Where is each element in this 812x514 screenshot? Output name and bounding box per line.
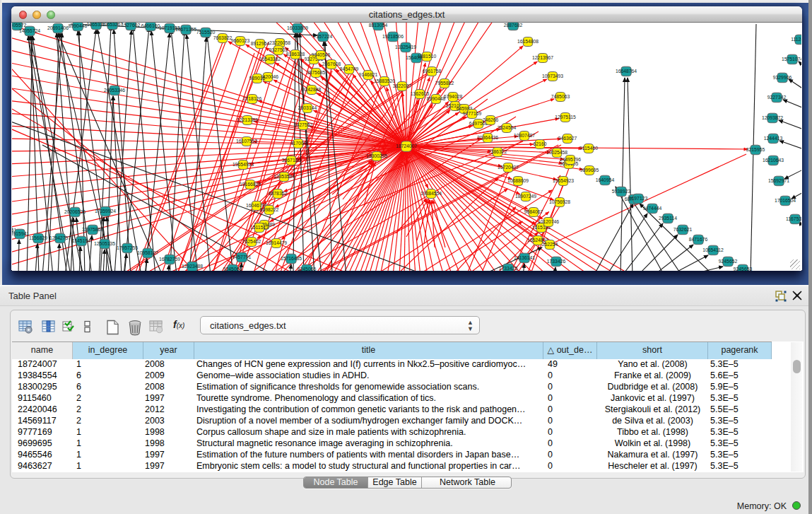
svg-text:19166829: 19166829 [240, 182, 261, 187]
svg-text:8427552: 8427552 [294, 122, 313, 127]
svg-text:8813054: 8813054 [369, 23, 388, 28]
svg-text:10973493: 10973493 [542, 74, 563, 78]
svg-text:16543382: 16543382 [259, 57, 281, 62]
svg-text:2718126: 2718126 [243, 96, 262, 101]
svg-text:989016: 989016 [249, 76, 266, 81]
svg-text:33975867: 33975867 [82, 227, 103, 232]
svg-text:15883520: 15883520 [374, 78, 395, 83]
svg-text:252254: 252254 [542, 242, 558, 247]
svg-text:9899695: 9899695 [580, 168, 599, 173]
svg-text:10688609: 10688609 [507, 178, 529, 183]
svg-text:16914479: 16914479 [266, 240, 287, 245]
svg-text:2935114: 2935114 [659, 216, 677, 221]
svg-text:9245652: 9245652 [719, 259, 738, 264]
svg-text:15751074: 15751074 [782, 57, 801, 62]
svg-text:14136141: 14136141 [514, 255, 535, 260]
svg-text:17359924: 17359924 [95, 209, 116, 214]
svg-text:20206536: 20206536 [64, 209, 86, 214]
svg-text:9777169: 9777169 [463, 111, 482, 116]
svg-text:6466160: 6466160 [141, 23, 160, 28]
svg-text:9227342: 9227342 [767, 95, 787, 100]
svg-text:2867608: 2867608 [322, 62, 341, 66]
svg-text:1145194: 1145194 [72, 238, 90, 243]
svg-text:8471676: 8471676 [689, 237, 708, 242]
svg-text:7663822: 7663822 [213, 35, 233, 40]
svg-text:1733426: 1733426 [547, 259, 566, 264]
svg-text:19654923: 19654923 [553, 178, 574, 183]
svg-text:18724007: 18724007 [396, 144, 417, 148]
svg-text:1362615: 1362615 [411, 91, 430, 96]
svg-text:7515520: 7515520 [196, 30, 216, 35]
svg-text:19654933: 19654933 [233, 162, 254, 167]
svg-text:12353594: 12353594 [273, 174, 295, 179]
svg-text:9242848: 9242848 [302, 87, 322, 92]
svg-text:12093872: 12093872 [762, 115, 783, 120]
svg-text:8990448: 8990448 [427, 96, 446, 101]
svg-text:12975115: 12975115 [555, 115, 576, 119]
svg-text:10958107: 10958107 [137, 250, 158, 255]
svg-text:9245653: 9245653 [734, 267, 753, 271]
svg-text:20053346: 20053346 [104, 88, 125, 93]
svg-text:9197123: 9197123 [629, 196, 648, 201]
svg-text:2887682: 2887682 [504, 23, 523, 28]
svg-text:9245065: 9245065 [223, 267, 242, 271]
svg-text:10654112: 10654112 [702, 247, 724, 252]
svg-text:1244413: 1244413 [764, 136, 783, 141]
svg-text:3267130: 3267130 [282, 158, 301, 163]
svg-text:17016504: 17016504 [775, 198, 796, 203]
svg-text:23226058: 23226058 [269, 40, 290, 45]
svg-text:1112453: 1112453 [791, 37, 801, 42]
svg-text:18907249: 18907249 [515, 194, 536, 199]
svg-text:6794028: 6794028 [444, 94, 463, 99]
svg-text:1167533: 1167533 [786, 216, 801, 221]
svg-text:3824554: 3824554 [498, 125, 517, 130]
svg-text:3822037: 3822037 [393, 83, 412, 88]
svg-text:19384554: 19384554 [420, 191, 442, 196]
svg-text:20691406: 20691406 [47, 25, 69, 30]
svg-text:16671355: 16671355 [175, 27, 196, 32]
svg-text:8245065: 8245065 [298, 267, 317, 271]
svg-text:8454749: 8454749 [340, 66, 359, 71]
svg-text:12942757: 12942757 [49, 235, 71, 240]
svg-text:62160: 62160 [534, 141, 547, 146]
svg-text:12505135: 12505135 [94, 241, 115, 246]
svg-text:18300295: 18300295 [366, 153, 387, 158]
svg-text:15692971: 15692971 [768, 178, 789, 183]
svg-text:16154808: 16154808 [517, 39, 539, 44]
svg-text:7485063: 7485063 [551, 94, 570, 99]
svg-text:16782759: 16782759 [159, 257, 180, 262]
svg-text:1733425: 1733425 [499, 266, 518, 271]
svg-text:8990448: 8990448 [69, 23, 88, 28]
svg-text:9329906: 9329906 [773, 75, 792, 80]
svg-text:7955812: 7955812 [435, 81, 454, 86]
svg-text:10756928: 10756928 [549, 199, 570, 204]
svg-text:10120746: 10120746 [538, 219, 559, 224]
svg-text:15720407: 15720407 [498, 165, 519, 170]
svg-text:16648764: 16648764 [616, 69, 637, 74]
svg-text:14055724: 14055724 [19, 28, 40, 33]
svg-text:12923488: 12923488 [182, 264, 203, 269]
svg-text:9463627: 9463627 [558, 136, 577, 141]
svg-text:7625402: 7625402 [242, 239, 261, 244]
svg-text:1156829: 1156829 [29, 235, 47, 240]
svg-text:1405572: 1405572 [12, 23, 26, 28]
svg-text:9115460: 9115460 [579, 146, 598, 151]
svg-text:1640954: 1640954 [596, 177, 615, 182]
svg-text:12213389: 12213389 [237, 117, 258, 122]
svg-text:24495796: 24495796 [560, 157, 581, 162]
svg-text:8878352: 8878352 [269, 191, 288, 196]
svg-text:2803144: 2803144 [298, 105, 317, 110]
svg-text:16033809: 16033809 [287, 25, 308, 30]
svg-text:3915941: 3915941 [12, 231, 29, 236]
svg-text:12213967: 12213967 [532, 55, 553, 60]
svg-text:13325419: 13325419 [395, 45, 416, 49]
svg-text:9084067: 9084067 [524, 209, 543, 214]
svg-text:10653267: 10653267 [102, 23, 123, 27]
svg-text:9457791: 9457791 [233, 255, 252, 259]
svg-text:1881510: 1881510 [418, 54, 437, 59]
svg-text:7632621: 7632621 [673, 227, 693, 232]
svg-text:20364436: 20364436 [477, 135, 498, 140]
svg-text:3875685: 3875685 [307, 70, 326, 75]
svg-text:9146821: 9146821 [359, 72, 378, 77]
svg-text:9660123: 9660123 [231, 38, 250, 43]
